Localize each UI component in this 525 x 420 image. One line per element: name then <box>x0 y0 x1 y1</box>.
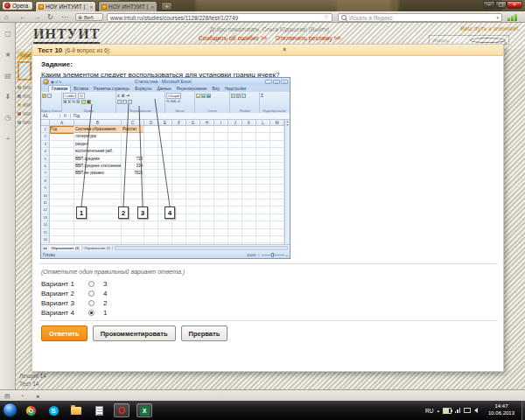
display-icon[interactable] <box>464 408 471 413</box>
column-header: J <box>228 120 242 126</box>
ribbon-tab: Рецензирование <box>174 86 210 92</box>
excel-formula-bar: A1 fx Год <box>41 113 290 120</box>
name-box: A1 <box>41 114 60 118</box>
back-icon[interactable]: ← <box>19 13 26 21</box>
reload-icon[interactable]: ↻ <box>47 13 53 21</box>
search-placeholder[interactable]: Искать в Яндекс <box>349 15 494 21</box>
test-dialog: Тест 10 (6-й вопрос из 6): × Задание: Ка… <box>32 44 504 372</box>
show-desktop-button[interactable] <box>522 401 525 420</box>
column-header: C <box>122 120 144 126</box>
ribbon-group-styles: Стили <box>195 92 230 113</box>
sheet-nav-icons: ◂ ▸ <box>41 246 49 250</box>
home-icon[interactable]: ⌂ <box>4 13 9 21</box>
language-indicator[interactable]: RU <box>425 408 433 414</box>
taskbar-skype-icon[interactable]: S <box>46 403 61 417</box>
row-header: 1 <box>41 126 50 133</box>
more-icon[interactable]: ⋯ <box>61 13 68 21</box>
comment-button[interactable]: Прокомментировать <box>93 326 176 341</box>
taskbar-chrome-icon[interactable] <box>23 403 38 417</box>
excel-minimize-button: – <box>265 80 272 84</box>
radio-option-3[interactable] <box>88 300 94 306</box>
globe-icon: ⊕ <box>78 14 82 20</box>
excel-sheet-tabs: ◂ ▸ Образование (2) Образование (1) <box>41 244 290 251</box>
taskbar-excel-icon[interactable]: X <box>136 403 152 417</box>
radio-option-2[interactable] <box>88 290 94 297</box>
ribbon-group-number: Общий % 000 ,0 Число <box>165 92 195 113</box>
window-maximize-button[interactable]: ▢ <box>495 1 507 9</box>
cell-b1: Система образования <box>75 126 121 133</box>
taskbar-opera-icon[interactable]: O <box>114 403 130 417</box>
browser-tab-bar: Opera НОУ ИНТУИТ | Учебн... × НОУ ИНТУИТ… <box>0 0 525 11</box>
answer-button[interactable]: Ответить <box>41 326 88 341</box>
browser-tab-inactive[interactable]: НОУ ИНТУИТ | Лекци... × <box>98 1 158 11</box>
task-label: Задание: <box>41 60 73 68</box>
taskbar-explorer-icon[interactable] <box>68 403 84 417</box>
battery-icon[interactable] <box>443 408 452 414</box>
callout-1: 1 <box>76 206 87 219</box>
search-bar[interactable]: Искать в Яндекс ▾ <box>338 13 502 22</box>
column-header: A <box>50 120 74 126</box>
dialog-close-icon[interactable]: × <box>283 46 498 54</box>
network-icon[interactable] <box>455 408 461 413</box>
ribbon-tab: Надстройки <box>222 86 249 92</box>
sheet-tab: Образование (1) <box>82 246 114 250</box>
panel-add-icon[interactable]: + <box>4 135 12 144</box>
security-badge-label: Веб <box>84 15 94 20</box>
browser-address-toolbar: ⌂ ← → ↻ ⋯ ⊕ Веб www.intuit.ru/studies/co… <box>0 11 525 23</box>
row-header: 13 <box>41 214 50 221</box>
callout-3: 3 <box>137 206 148 219</box>
row-header: 3 <box>41 141 50 148</box>
column-header: K <box>242 120 256 126</box>
status-zoom-icon[interactable]: ● <box>36 392 39 400</box>
column-header: E <box>158 120 172 126</box>
tray-expand-icon[interactable]: ▴ <box>437 408 439 413</box>
radio-option-4[interactable] <box>88 310 94 316</box>
start-button[interactable] <box>3 402 18 417</box>
status-sync-icon[interactable]: ◔ <box>20 392 24 400</box>
panel-downloads-icon[interactable]: ⬇ <box>4 93 12 102</box>
answer-hint: (Отметьте один правильный вариант ответа… <box>41 269 185 275</box>
window-close-button[interactable]: × <box>507 1 522 9</box>
panel-history-icon[interactable]: ◷ <box>4 114 12 122</box>
cell-c1: Росстат <box>122 126 144 133</box>
taskbar-document-icon[interactable] <box>91 403 107 417</box>
status-panels-icon[interactable]: ▤ <box>4 392 10 400</box>
borders-button-icon: ⊞ <box>76 99 80 104</box>
panel-speeddial-icon[interactable]: ▢ <box>4 30 12 38</box>
column-header: G <box>186 120 200 126</box>
panel-notes-icon[interactable]: ▤ <box>4 72 12 80</box>
browser-tab-active[interactable]: НОУ ИНТУИТ | Учебн... × <box>35 1 96 11</box>
ribbon-tab: Вид <box>209 86 221 92</box>
chevron-down-icon[interactable]: ▾ <box>496 15 499 20</box>
new-tab-button[interactable]: + <box>161 2 172 10</box>
window-minimize-button[interactable]: – <box>483 1 495 9</box>
abort-button[interactable]: Прервать <box>181 326 228 341</box>
site-favicon-icon <box>102 4 107 10</box>
address-bar[interactable]: www.intuit.ru/studies/courses/1128/228/t… <box>107 13 332 22</box>
option-row-1: Вариант 1 3 <box>41 279 216 289</box>
excel-status: Готово <box>43 253 55 257</box>
dialog-title: Тест 10 <box>38 46 62 54</box>
row-header: 9 <box>41 185 50 192</box>
screen: Opera НОУ ИНТУИТ | Учебн... × НОУ ИНТУИТ… <box>0 0 525 420</box>
traffic-chart-icon[interactable] <box>508 14 520 21</box>
radio-option-1[interactable] <box>88 281 94 287</box>
forward-icon[interactable]: → <box>33 13 40 21</box>
column-header: F <box>172 120 186 126</box>
taskbar-clock[interactable]: 14:47 10.06.2013 <box>483 402 520 416</box>
callout-4: 4 <box>164 206 175 219</box>
tab-close-icon[interactable]: × <box>150 4 154 10</box>
opera-side-panel: ▢ ★ ▤ ⬇ ◷ + <box>0 23 16 389</box>
volume-icon[interactable] <box>474 408 478 413</box>
column-header: B <box>74 120 122 126</box>
opera-menu-button[interactable]: Opera <box>2 1 33 10</box>
option-row-2: Вариант 2 4 <box>41 289 216 298</box>
url-text[interactable]: www.intuit.ru/studies/courses/1128/228/t… <box>110 15 321 21</box>
browser-status-bar: ▤ ◔ ● <box>0 389 525 401</box>
ribbon-group-cells: Ячейки <box>230 92 260 113</box>
security-badge-button[interactable]: ⊕ Веб <box>75 13 103 21</box>
bookmark-star-icon[interactable]: ☆ <box>324 14 329 21</box>
panel-bookmarks-icon[interactable]: ★ <box>4 51 12 60</box>
tab-close-icon[interactable]: × <box>89 4 93 10</box>
option-row-4: Вариант 4 1 <box>41 308 216 318</box>
